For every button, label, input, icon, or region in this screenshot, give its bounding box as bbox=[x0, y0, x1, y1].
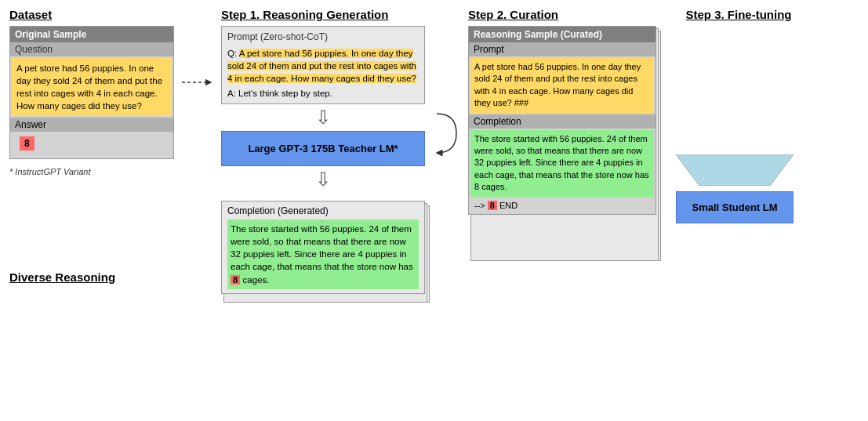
dataset-section: Dataset Original Sample Question A pet s… bbox=[9, 8, 174, 284]
step1-prompt-box: Prompt (Zero-shot-CoT) Q: A pet store ha… bbox=[221, 26, 425, 104]
completion-text: The store started with 56 puppies. 24 of… bbox=[227, 220, 419, 289]
completion-header: Completion (Generated) bbox=[227, 205, 419, 216]
prompt-q-text: A pet store had 56 puppies. In one day t… bbox=[227, 49, 416, 83]
answer-value: 8 bbox=[20, 136, 35, 151]
arrow-down-1: ⇩ bbox=[315, 108, 331, 127]
rs-end-suffix: END bbox=[497, 201, 518, 210]
completion-end: cages. bbox=[240, 275, 269, 285]
prompt-q-prefix: Q: bbox=[227, 49, 239, 58]
completion-front: Completion (Generated) The store started… bbox=[221, 201, 425, 293]
diverse-reasoning-label: Diverse Reasoning bbox=[9, 270, 174, 284]
original-sample-box: Original Sample Question A pet store had… bbox=[9, 26, 174, 159]
step1-to-step2-arrow bbox=[433, 8, 460, 157]
step1-title: Step 1. Reasoning Generation bbox=[221, 8, 388, 21]
rs-header: Reasoning Sample (Curated) bbox=[469, 27, 656, 42]
student-lm-box: Small Student LM bbox=[676, 191, 794, 223]
rs-completion-text: The store started with 56 puppies. 24 of… bbox=[470, 130, 654, 197]
question-label: Question bbox=[10, 42, 173, 56]
completion-num: 8 bbox=[231, 275, 240, 285]
rs-end-num: 8 bbox=[488, 201, 497, 210]
step3-section: Step 3. Fine-tuning Small Student LM bbox=[664, 8, 805, 223]
answer-label: Answer bbox=[10, 118, 173, 132]
dataset-to-step1-arrow bbox=[182, 8, 213, 90]
rs-front: Reasoning Sample (Curated) Prompt A pet … bbox=[468, 26, 656, 215]
reasoning-sample-stack: Reasoning Sample (Curated) Prompt A pet … bbox=[468, 26, 656, 261]
step2-title: Step 2. Curation bbox=[468, 8, 558, 21]
teacher-lm-box: Large GPT-3 175B Teacher LM* bbox=[221, 131, 425, 166]
step1-prompt-header: Prompt (Zero-shot-CoT) bbox=[227, 31, 419, 44]
svg-marker-1 bbox=[676, 154, 794, 186]
step3-title: Step 3. Fine-tuning bbox=[686, 8, 792, 21]
arrow-down-2: ⇩ bbox=[315, 170, 331, 189]
question-text: A pet store had 56 puppies. In one day t… bbox=[12, 58, 172, 116]
original-sample-header: Original Sample bbox=[10, 27, 173, 42]
dataset-title: Dataset bbox=[9, 8, 174, 21]
funnel-container: Small Student LM bbox=[664, 154, 805, 223]
step2-section: Step 2. Curation Reasoning Sample (Curat… bbox=[468, 8, 656, 261]
step1-section: Step 1. Reasoning Generation Prompt (Zer… bbox=[221, 8, 425, 303]
completion-main-text: The store started with 56 puppies. 24 of… bbox=[231, 224, 413, 271]
rs-end-line: --> 8 END bbox=[470, 198, 654, 212]
funnel-shape bbox=[676, 154, 794, 188]
rs-completion-label: Completion bbox=[469, 114, 656, 129]
step1-prompt-q: Q: A pet store had 56 puppies. In one da… bbox=[227, 47, 419, 85]
rs-prompt-text: A pet store had 56 puppies. In one day t… bbox=[470, 58, 654, 113]
instruct-note: * InstructGPT Variant bbox=[9, 167, 174, 176]
completion-stack: Completion (Generated) The store started… bbox=[221, 201, 425, 303]
rs-prompt-label: Prompt bbox=[469, 42, 656, 56]
step1-prompt-a: A: Let's think step by step. bbox=[227, 87, 419, 100]
rs-end-prefix: --> bbox=[474, 201, 488, 210]
